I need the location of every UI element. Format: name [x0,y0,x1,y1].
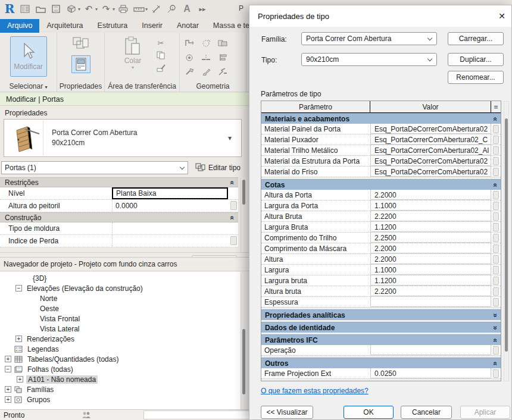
parameter-value[interactable]: 2.2000 [370,254,491,264]
parameter-value[interactable]: Esq_PortaDeCorrerComAbertura02 [370,124,491,134]
family-combo[interactable]: Porta Correr Com Abertura [301,32,437,45]
rename-button[interactable]: Renomear... [448,71,504,84]
associate-parameter-button[interactable] [493,234,499,242]
associate-parameter-button[interactable] [493,157,499,165]
associate-parameter-button[interactable] [493,136,499,144]
parameter-value[interactable]: 1.1200 [370,222,491,232]
associate-parameter-button[interactable] [493,146,499,155]
associate-parameter-button[interactable] [493,212,499,221]
tag-icon[interactable]: 1 [164,2,179,15]
associate-parameter-button[interactable] [493,287,499,296]
redo-icon[interactable]: ↷ [99,2,113,15]
tree-item[interactable]: Vista Lateral [0,324,241,334]
match-properties-icon[interactable] [155,62,167,73]
measure-icon[interactable] [132,2,146,15]
tree-item[interactable]: +Grupos [0,394,241,405]
collapse-icon[interactable]: − [15,285,22,292]
parameter-value[interactable] [370,297,491,307]
browser-scrollbar[interactable] [241,272,246,410]
type-combo[interactable]: 90x210cm [301,53,437,66]
dropdown-arrow-icon[interactable]: ▾ [145,7,148,12]
revit-logo[interactable]: R [2,2,17,15]
section-header-5[interactable]: Outros« [261,358,501,368]
more-tools-icon[interactable]: ▸▸ [195,2,210,15]
paste-button[interactable]: Colar ▾ [119,36,146,78]
tree-item[interactable]: −Folhas (todas) [0,364,241,374]
property-value[interactable]: 0.0000 [112,200,229,212]
column-value[interactable]: Valor [370,101,491,112]
demolish-icon[interactable] [183,66,195,77]
preview-button[interactable]: << Visualizar [261,406,313,419]
tab-arquitetura[interactable]: Arquitetura [39,19,90,33]
load-button[interactable]: Carregar... [448,32,504,45]
expand-icon[interactable]: + [5,386,11,393]
associate-parameter-button[interactable] [493,168,499,176]
parameter-value[interactable]: Esq_PortaDeCorrerComAbertura02 [370,156,491,166]
tab-inserir[interactable]: Inserir [135,19,170,33]
section-header-3[interactable]: Dados de identidade» [261,322,501,333]
associate-parameter-button[interactable] [493,202,499,210]
tab-anotar[interactable]: Anotar [170,19,206,33]
save-icon[interactable] [49,2,63,15]
close-icon[interactable]: ✕ [495,9,509,23]
parameter-value[interactable]: Esq_PortaDeCorrerComAbertura02 [370,167,491,177]
property-value[interactable]: Planta Baixa [112,187,228,199]
parameter-value[interactable] [370,345,491,355]
associate-parameter-button[interactable] [493,245,499,253]
tree-item[interactable]: +Famílias [0,384,241,394]
print-icon[interactable] [116,2,130,15]
parameter-value[interactable]: 2.2200 [370,286,491,296]
copy-icon[interactable] [155,50,167,61]
tree-item[interactable]: +Renderizações [0,334,241,344]
selection-filter-combo[interactable]: Portas (1) [1,161,188,174]
parameter-value[interactable]: 2.2000 [370,190,491,200]
collapse-icon[interactable]: − [5,366,11,372]
associate-parameter-button[interactable] [230,201,237,210]
parameter-value[interactable]: Esq_PortaCorrerComAbertura02_C [370,134,491,145]
tree-item[interactable]: Vista Frontal [0,314,241,324]
associate-parameter-button[interactable] [493,191,499,199]
parameter-value[interactable]: 1.1000 [370,200,491,211]
properties-palette-toggle[interactable] [71,55,90,73]
tree-item[interactable]: Norte [0,293,241,303]
parameter-value[interactable]: 0.0250 [370,368,491,378]
undo-icon[interactable]: ↶ [82,2,96,15]
family-types-icon[interactable] [72,36,90,55]
dropdown-arrow-icon[interactable]: ▾ [113,7,115,12]
associate-parameter-button[interactable] [493,298,499,306]
property-value[interactable] [112,222,228,234]
duplicate-button[interactable]: Duplicar... [448,53,504,66]
cut-icon[interactable]: ✂ [155,37,167,48]
tree-item[interactable]: {3D} [0,273,241,283]
ok-button[interactable]: OK [344,406,394,419]
edit-type-button[interactable]: Editar tipo [193,161,243,174]
offset-icon[interactable] [183,52,195,62]
expand-icon[interactable]: + [5,396,11,403]
section-header-2[interactable]: Propriedades analíticas» [261,309,501,320]
parameter-value[interactable]: 2.2000 [370,243,491,253]
section-header-4[interactable]: Parâmetros IFC« [261,334,501,345]
tree-item[interactable]: +A101 - Não nomeada [0,374,241,384]
wall-joins-icon[interactable] [217,66,229,77]
palette-scrollbar[interactable] [241,177,246,252]
palette-group-0[interactable]: Restrições« [0,177,238,187]
align-icon[interactable] [217,52,229,62]
tab-estrutura[interactable]: Estrutura [90,19,135,33]
properties-icon[interactable] [18,2,32,15]
join-geometry-icon[interactable] [217,37,229,48]
transfer-icon[interactable] [64,2,79,15]
associate-parameter-button[interactable] [493,346,499,355]
tree-item[interactable]: Legendas [0,344,241,354]
paint-icon[interactable] [200,66,212,77]
column-parameter[interactable]: Parâmetro [261,101,370,112]
expand-icon[interactable]: + [15,336,22,342]
associate-parameter-button[interactable] [493,277,499,285]
associate-parameter-button[interactable] [493,266,499,274]
tree-item[interactable]: −Elevações (Elevação da construção) [0,283,241,293]
property-value[interactable] [112,235,229,247]
expand-icon[interactable]: + [17,376,23,383]
section-header-0[interactable]: Materiais e acabamentos« [261,113,501,124]
associate-parameter-button[interactable] [230,236,237,245]
panel-label-select[interactable]: Selecionar ▾ [0,82,57,90]
associate-parameter-button[interactable] [493,125,499,133]
